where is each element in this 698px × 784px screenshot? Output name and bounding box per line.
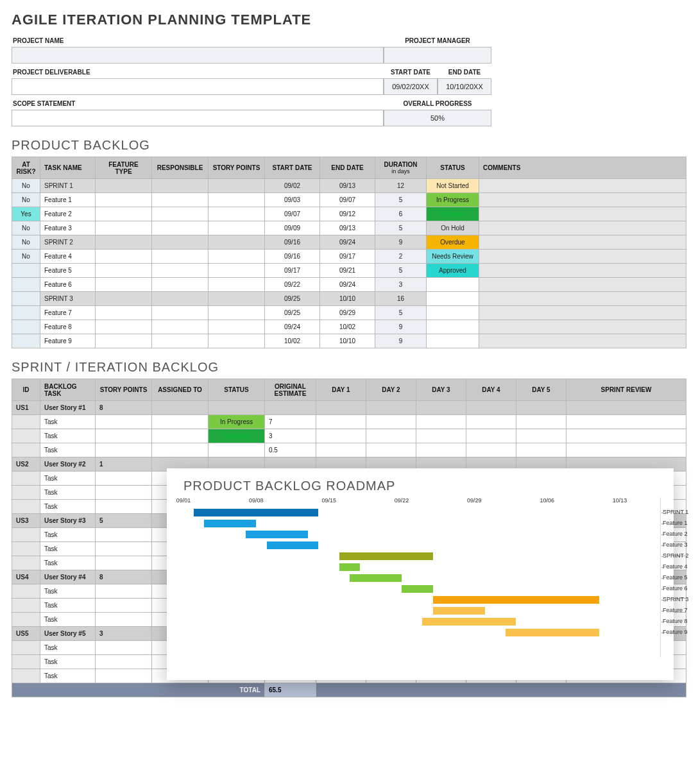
cell-start-date[interactable]: 09/17	[265, 264, 320, 278]
cell-responsible[interactable]	[152, 207, 209, 221]
input-project-name[interactable]	[12, 47, 384, 64]
cell-backlog-task[interactable]: Task	[40, 556, 96, 570]
cell-original-estimate[interactable]: 7	[265, 415, 316, 429]
cell-at-risk[interactable]	[12, 292, 40, 306]
cell-status[interactable]: Complete	[209, 429, 265, 443]
cell-comments[interactable]	[479, 221, 686, 235]
cell-sprint-review[interactable]	[566, 429, 686, 443]
cell-backlog-task[interactable]: Task	[40, 415, 96, 429]
cell-comments[interactable]	[479, 278, 686, 292]
cell-status[interactable]: On Hold	[427, 221, 479, 235]
cell-status[interactable]: In Progress	[209, 415, 265, 429]
cell-day3[interactable]	[416, 415, 466, 429]
cell-start-date[interactable]: 09/22	[265, 278, 320, 292]
cell-start-date[interactable]: 09/16	[265, 250, 320, 264]
cell-at-risk[interactable]	[12, 278, 40, 292]
cell-feature-type[interactable]	[96, 207, 152, 221]
cell-backlog-task[interactable]: Task	[40, 584, 96, 599]
cell-story-points[interactable]	[96, 500, 152, 514]
cell-at-risk[interactable]	[12, 306, 40, 320]
cell-feature-type[interactable]	[96, 179, 152, 193]
cell-status[interactable]: Complete	[427, 207, 479, 221]
cell-backlog-task[interactable]: User Story #4	[40, 570, 96, 584]
cell-feature-type[interactable]	[96, 306, 152, 320]
cell-feature-type[interactable]	[96, 193, 152, 207]
cell-story-points[interactable]	[96, 556, 152, 570]
cell-backlog-task[interactable]: Task	[40, 528, 96, 542]
cell-status[interactable]	[427, 334, 479, 348]
cell-story-points[interactable]	[209, 193, 265, 207]
cell-story-points[interactable]	[96, 429, 152, 443]
cell-status[interactable]: Approved	[427, 264, 479, 278]
cell-assigned-to[interactable]	[152, 429, 209, 443]
cell-responsible[interactable]	[152, 320, 209, 334]
cell-responsible[interactable]	[152, 264, 209, 278]
cell-task-name[interactable]: SPRINT 3	[40, 292, 96, 306]
cell-sprint-review[interactable]	[566, 415, 686, 429]
cell-day2[interactable]	[366, 415, 416, 429]
cell-sprint-review[interactable]	[566, 401, 686, 415]
cell-feature-type[interactable]	[96, 334, 152, 348]
cell-comments[interactable]	[479, 235, 686, 250]
cell-story-points[interactable]	[209, 221, 265, 235]
cell-comments[interactable]	[479, 179, 686, 193]
cell-day4[interactable]	[466, 443, 516, 457]
cell-day3[interactable]	[416, 401, 466, 415]
cell-at-risk[interactable]	[12, 334, 40, 348]
cell-story-points[interactable]	[96, 486, 152, 500]
cell-story-points[interactable]	[209, 235, 265, 250]
cell-end-date[interactable]: 10/10	[320, 334, 375, 348]
cell-responsible[interactable]	[152, 278, 209, 292]
cell-responsible[interactable]	[152, 292, 209, 306]
cell-status[interactable]	[209, 443, 265, 457]
cell-end-date[interactable]: 09/07	[320, 193, 375, 207]
cell-at-risk[interactable]	[12, 264, 40, 278]
cell-day4[interactable]	[466, 415, 516, 429]
cell-story-points[interactable]	[96, 472, 152, 486]
cell-assigned-to[interactable]	[152, 443, 209, 457]
cell-responsible[interactable]	[152, 221, 209, 235]
cell-task-name[interactable]: SPRINT 1	[40, 179, 96, 193]
cell-story-points[interactable]	[209, 264, 265, 278]
cell-story-points[interactable]	[96, 443, 152, 457]
cell-assigned-to[interactable]	[152, 415, 209, 429]
cell-backlog-task[interactable]: Task	[40, 443, 96, 457]
cell-status[interactable]	[427, 306, 479, 320]
cell-end-date[interactable]: 09/24	[320, 235, 375, 250]
cell-day3[interactable]	[416, 443, 466, 457]
cell-comments[interactable]	[479, 292, 686, 306]
cell-day1[interactable]	[316, 429, 366, 443]
cell-start-date[interactable]: 09/25	[265, 306, 320, 320]
cell-backlog-task[interactable]: Task	[40, 599, 96, 613]
cell-at-risk[interactable]: No	[12, 193, 40, 207]
cell-end-date[interactable]: 09/29	[320, 306, 375, 320]
cell-end-date[interactable]: 09/24	[320, 278, 375, 292]
cell-story-points[interactable]	[209, 292, 265, 306]
cell-comments[interactable]	[479, 264, 686, 278]
cell-status[interactable]: Not Started	[427, 179, 479, 193]
cell-at-risk[interactable]: No	[12, 179, 40, 193]
cell-story-points[interactable]	[209, 179, 265, 193]
cell-task-name[interactable]: Feature 1	[40, 193, 96, 207]
cell-story-points[interactable]	[96, 669, 152, 683]
cell-day5[interactable]	[516, 401, 566, 415]
cell-start-date[interactable]: 09/16	[265, 235, 320, 250]
cell-day5[interactable]	[516, 415, 566, 429]
cell-story-points[interactable]	[96, 415, 152, 429]
cell-story-points[interactable]: 8	[96, 570, 152, 584]
cell-backlog-task[interactable]: Task	[40, 641, 96, 655]
cell-backlog-task[interactable]: Task	[40, 669, 96, 683]
cell-backlog-task[interactable]: Task	[40, 429, 96, 443]
cell-feature-type[interactable]	[96, 221, 152, 235]
cell-story-points[interactable]	[96, 641, 152, 655]
cell-assigned-to[interactable]	[152, 401, 209, 415]
cell-status[interactable]	[427, 292, 479, 306]
cell-backlog-task[interactable]: User Story #2	[40, 457, 96, 472]
cell-start-date[interactable]: 09/24	[265, 320, 320, 334]
cell-comments[interactable]	[479, 306, 686, 320]
cell-status[interactable]: In Progress	[427, 193, 479, 207]
cell-end-date[interactable]: 09/12	[320, 207, 375, 221]
cell-task-name[interactable]: SPRINT 2	[40, 235, 96, 250]
cell-responsible[interactable]	[152, 334, 209, 348]
cell-backlog-task[interactable]: Task	[40, 500, 96, 514]
